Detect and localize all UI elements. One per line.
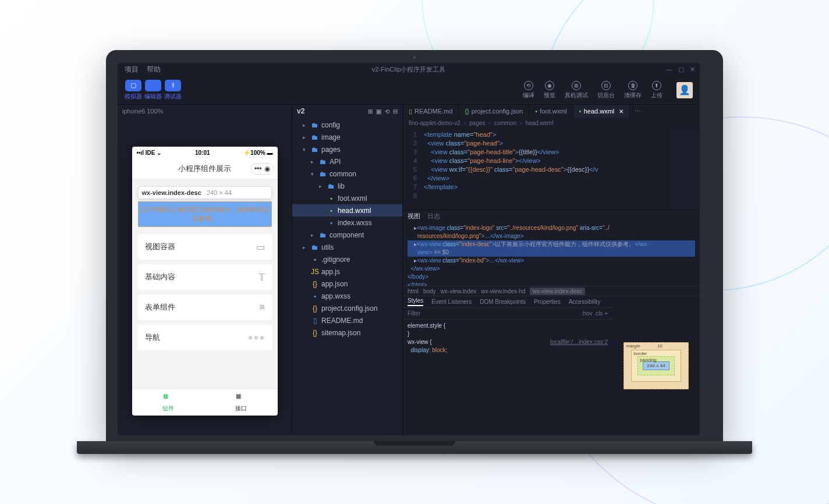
tree-item-4[interactable]: ▾🖿common	[292, 168, 402, 180]
dom-crumb-0[interactable]: html	[408, 288, 419, 294]
avatar[interactable]: 👤	[676, 82, 693, 98]
ide-window: 项目 帮助 v2-FinClip小程序开发工具 — ▢ ✕ ▢模拟器编辑器⫴调试…	[118, 63, 700, 435]
styles-pane: StylesEvent ListenersDOM BreakpointsProp…	[403, 296, 612, 435]
crumb-1[interactable]: pages	[469, 120, 485, 126]
phone-nav-title: 小程序组件展示	[178, 164, 231, 174]
tree-item-2[interactable]: ▾🖿pages	[292, 143, 402, 155]
collapse-icon[interactable]: ⊟	[393, 108, 398, 115]
explorer-header: v2 ⊞ ▣ ⟲ ⊟	[292, 105, 402, 118]
tool-tab-0[interactable]: ▢模拟器	[125, 80, 142, 101]
window-title: v2-FinClip小程序开发工具	[372, 65, 446, 74]
minimize-icon[interactable]: —	[666, 66, 672, 73]
editor-tab-3[interactable]: ▪head.wxml✕	[573, 105, 630, 118]
filter-input[interactable]: Filter	[408, 310, 420, 317]
tree-item-16[interactable]: ▯README.md	[292, 314, 402, 326]
crumb-2[interactable]: common	[494, 120, 516, 126]
tabbar-1[interactable]: ▦接口	[205, 389, 278, 416]
tool-action-4[interactable]: 🗑清缓存	[624, 81, 642, 100]
titlebar: 项目 帮助 v2-FinClip小程序开发工具 — ▢ ✕	[118, 63, 700, 76]
tree-item-17[interactable]: {}sitemap.json	[292, 326, 402, 339]
tabbar-0[interactable]: ▦组件	[132, 389, 205, 416]
styles-tab-4[interactable]: Accessibility	[569, 299, 600, 305]
tree-item-15[interactable]: {}project.config.json	[292, 302, 402, 314]
inspect-tooltip: wx-view.index-desc 240 × 44	[138, 186, 272, 199]
dom-crumb-3[interactable]: wx-view.index-hd	[481, 288, 525, 294]
styles-tabs: StylesEvent ListenersDOM BreakpointsProp…	[403, 296, 612, 308]
filter-controls[interactable]: :hov .cls +	[582, 310, 608, 317]
tooltip-dimensions: 240 × 44	[207, 189, 232, 196]
tool-action-0[interactable]: ⟲编译	[523, 81, 534, 100]
status-signal: ••ıl IDE ⌄	[137, 150, 162, 156]
crumb-3[interactable]: head.wxml	[526, 120, 554, 126]
box-margin: margin 10 border padding 240 × 44	[623, 342, 688, 389]
tree-item-1[interactable]: ▸🖿image	[292, 131, 402, 143]
elements-panel[interactable]: ▸<wx-image class="index-logo" src="../re…	[403, 222, 700, 286]
maximize-icon[interactable]: ▢	[678, 66, 684, 73]
dom-crumb-2[interactable]: wx-view.index	[441, 288, 477, 294]
dom-crumb-1[interactable]: body	[423, 288, 436, 294]
box-content: 240 × 44	[643, 361, 669, 370]
code-lines[interactable]: <template name="head"> <view class="page…	[420, 128, 598, 210]
tool-tab-1[interactable]: 编辑器	[144, 80, 162, 101]
tree-item-13[interactable]: {}app.json	[292, 278, 402, 290]
minimap[interactable]	[671, 128, 700, 210]
menu-project[interactable]: 项目	[125, 65, 139, 74]
tool-action-2[interactable]: ⊞真机调试	[565, 81, 588, 100]
styles-tab-3[interactable]: Properties	[534, 299, 561, 305]
tooltip-selector: wx-view.index-desc	[142, 189, 201, 196]
styles-filter: Filter :hov .cls +	[403, 308, 612, 320]
styles-row: StylesEvent ListenersDOM BreakpointsProp…	[403, 296, 700, 435]
main-body: iphone6 100% ••ıl IDE ⌄ 10:01 ⚡100% ▬ 小程…	[118, 105, 700, 435]
phone-nav-capsule[interactable]: ••• ◉	[250, 163, 274, 175]
tree-item-5[interactable]: ▸🖿lib	[292, 180, 402, 192]
tool-action-1[interactable]: ◉预览	[544, 81, 555, 100]
phone-status-bar: ••ıl IDE ⌄ 10:01 ⚡100% ▬	[132, 147, 278, 158]
tree-item-14[interactable]: ▪app.wxss	[292, 290, 402, 302]
phone-list-item-2[interactable]: 表单组件≡	[138, 294, 272, 320]
tree-item-0[interactable]: ▸🖿config	[292, 119, 402, 131]
styles-rules[interactable]: element.style {}</span><span class="c-se…	[403, 320, 612, 435]
tree-item-9[interactable]: ▸🖿component	[292, 229, 402, 241]
code-editor[interactable]: 12345678 <template name="head"> <view cl…	[403, 128, 700, 210]
styles-tab-0[interactable]: Styles	[408, 297, 423, 306]
phone-list-item-0[interactable]: 视图容器▭	[138, 234, 272, 260]
tree-item-8[interactable]: ▪index.wxss	[292, 216, 402, 229]
simulator-pane: iphone6 100% ••ıl IDE ⌄ 10:01 ⚡100% ▬ 小程…	[118, 105, 292, 435]
dom-crumb-4[interactable]: wx-view.index-desc	[530, 288, 584, 295]
camera-dot	[413, 56, 416, 59]
tree-item-11[interactable]: ▪.gitignore	[292, 253, 402, 265]
tree-item-10[interactable]: ▸🖿utils	[292, 241, 402, 253]
tool-action-5[interactable]: ⬆上传	[651, 81, 663, 100]
window-controls: — ▢ ✕	[666, 66, 695, 73]
devtools-panel: 视图 日志 ▸<wx-image class="index-logo" src=…	[403, 210, 700, 435]
box-border: border padding 240 × 44	[631, 350, 681, 382]
devtab-log[interactable]: 日志	[427, 212, 440, 221]
styles-tab-1[interactable]: Event Listeners	[431, 299, 472, 305]
tool-action-3[interactable]: ⊟切后台	[597, 81, 615, 100]
laptop-frame: 项目 帮助 v2-FinClip小程序开发工具 — ▢ ✕ ▢模拟器编辑器⫴调试…	[106, 50, 723, 454]
new-folder-icon[interactable]: ▣	[376, 108, 381, 115]
new-file-icon[interactable]: ⊞	[368, 108, 373, 115]
menu-help[interactable]: 帮助	[147, 65, 161, 74]
tree-item-12[interactable]: JSapp.js	[292, 265, 402, 278]
devtab-view[interactable]: 视图	[408, 212, 420, 221]
close-icon[interactable]: ✕	[690, 66, 695, 73]
phone-list-item-1[interactable]: 基础内容𝕋	[138, 264, 272, 290]
editor-tab-2[interactable]: ▪foot.wxml	[529, 105, 573, 118]
styles-tab-2[interactable]: DOM Breakpoints	[480, 299, 526, 305]
close-tab-icon[interactable]: ✕	[619, 108, 623, 115]
phone-list-item-3[interactable]: 导航∘∘∘	[138, 325, 272, 350]
laptop-base	[77, 441, 752, 454]
tree-item-6[interactable]: ▪foot.wxml	[292, 192, 402, 204]
tabs-more-icon[interactable]: ⋯	[630, 108, 646, 115]
tool-tab-2[interactable]: ⫴调试器	[164, 80, 182, 101]
editor-tab-0[interactable]: ▯README.md	[403, 105, 459, 118]
tree-item-7[interactable]: ▪head.wxml	[292, 204, 402, 216]
refresh-icon[interactable]: ⟲	[385, 108, 389, 115]
inspected-element[interactable]: 以下将展示小程序官方组件能力，组件样式仅供参考。	[138, 201, 272, 227]
file-tree[interactable]: ▸🖿config▸🖿image▾🖿pages▸🖿API▾🖿common▸🖿lib…	[292, 118, 402, 435]
editor-tab-1[interactable]: {}project.config.json	[459, 105, 529, 118]
crumb-0[interactable]: fino-applet-demo-v2	[409, 120, 460, 126]
tree-item-3[interactable]: ▸🖿API	[292, 155, 402, 168]
dots-icon: •••	[254, 165, 262, 173]
